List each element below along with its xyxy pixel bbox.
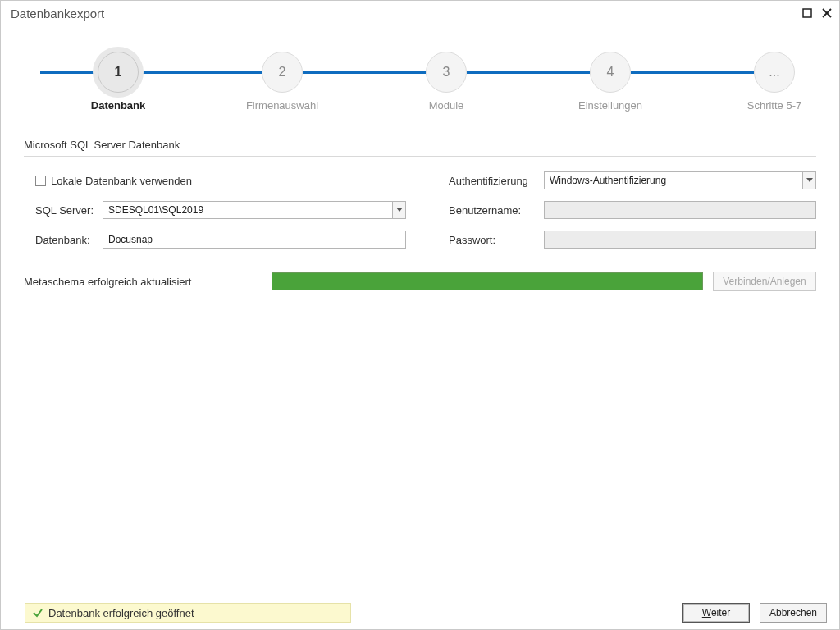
dialog-window: Datenbankexport 1 2 3 4 ... Datenbank Fi… — [0, 0, 840, 630]
auth-label: Authentifizierung — [449, 175, 539, 187]
password-field — [544, 231, 816, 249]
close-icon[interactable] — [821, 7, 833, 19]
window-title: Datenbankexport — [11, 7, 801, 21]
chevron-down-icon[interactable] — [392, 202, 405, 218]
step-label: Schritte 5-7 — [709, 99, 840, 112]
svg-marker-4 — [396, 208, 403, 212]
database-label: Datenbank: — [35, 234, 98, 246]
status-banner-text: Datenbank erfolgreich geöffnet — [48, 607, 194, 619]
window-buttons — [801, 7, 833, 19]
cancel-button-label: Abbrechen — [769, 607, 817, 619]
progress-bar — [272, 272, 703, 290]
next-button-label: Weiter — [702, 607, 730, 619]
step-1[interactable]: 1 — [98, 52, 139, 93]
section-separator — [24, 156, 816, 157]
auth-combobox[interactable]: Windows-Authentifizierung — [544, 171, 816, 189]
sql-server-label: SQL Server: — [35, 204, 98, 217]
step-number: 4 — [607, 65, 614, 80]
database-field[interactable]: Docusnap — [103, 231, 406, 249]
step-label: Einstellungen — [545, 99, 676, 112]
step-line — [631, 71, 754, 74]
step-label: Firmenauswahl — [217, 99, 348, 112]
svg-rect-0 — [803, 9, 811, 17]
connection-status-row: Metaschema erfolgreich aktualisiert Verb… — [24, 272, 816, 291]
sql-server-combobox[interactable]: SDESQL01\SQL2019 — [103, 201, 406, 219]
auth-value: Windows-Authentifizierung — [545, 172, 802, 189]
step-2[interactable]: 2 — [262, 52, 303, 93]
use-local-db-label: Lokale Datenbank verwenden — [51, 175, 192, 187]
step-number: 2 — [279, 65, 286, 80]
chevron-down-icon[interactable] — [802, 172, 815, 189]
status-banner: Datenbank erfolgreich geöffnet — [25, 603, 351, 623]
section-title: Microsoft SQL Server Datenbank — [24, 139, 816, 151]
use-local-db-checkbox[interactable] — [35, 176, 46, 186]
step-label: Datenbank — [52, 99, 184, 112]
step-label: Module — [381, 99, 512, 112]
step-number: 3 — [443, 65, 450, 80]
step-line — [303, 71, 426, 74]
step-4[interactable]: 4 — [590, 52, 631, 93]
svg-marker-3 — [806, 178, 813, 182]
dialog-footer: Datenbank erfolgreich geöffnet Weiter Ab… — [2, 597, 838, 628]
form-grid: Lokale Datenbank verwenden Authentifizie… — [24, 171, 816, 249]
cancel-button[interactable]: Abbrechen — [760, 603, 827, 623]
progress-fill — [272, 273, 702, 290]
check-icon — [32, 607, 43, 619]
username-label: Benutzername: — [449, 204, 539, 217]
sql-server-value: SDESQL01\SQL2019 — [103, 202, 392, 218]
step-3[interactable]: 3 — [426, 52, 467, 93]
username-field — [544, 201, 816, 219]
next-button[interactable]: Weiter — [682, 603, 750, 623]
step-number: ... — [769, 65, 779, 80]
connect-button: Verbinden/Anlegen — [713, 272, 816, 291]
wizard-stepper: 1 2 3 4 ... Datenbank Firmenauswahl Modu… — [1, 25, 839, 126]
step-line — [467, 71, 590, 74]
password-label: Passwort: — [449, 234, 539, 246]
titlebar: Datenbankexport — [1, 1, 839, 25]
content-area: Microsoft SQL Server Datenbank Lokale Da… — [1, 126, 839, 291]
step-line — [40, 71, 98, 74]
metaschema-status-text: Metaschema erfolgreich aktualisiert — [24, 276, 262, 288]
step-number: 1 — [115, 65, 122, 80]
step-line — [139, 71, 262, 74]
step-more[interactable]: ... — [754, 52, 795, 93]
maximize-icon[interactable] — [801, 7, 813, 19]
